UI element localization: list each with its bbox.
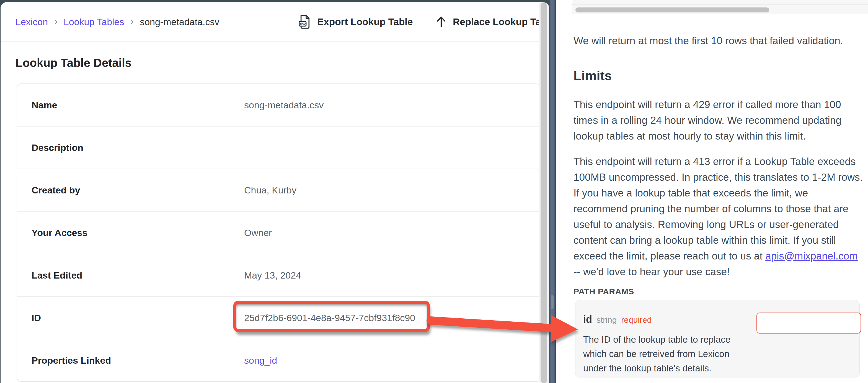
detail-row-description: Description <box>17 127 540 169</box>
detail-value-created-by: Chua, Kurby <box>244 169 297 211</box>
id-param-header: id string required <box>583 314 652 325</box>
param-required-badge: required <box>621 315 652 325</box>
detail-value-id: 25d7f2b6-6901-4e8a-9457-7cbf931f8c90 <box>244 297 415 339</box>
lookup-table-details-card: Name song-metadata.csv Description Creat… <box>17 83 541 382</box>
docs-horizontal-scrollbar-track <box>572 0 868 14</box>
detail-label: Created by <box>32 169 80 211</box>
breadcrumb-lexicon-link[interactable]: Lexicon <box>16 16 48 27</box>
detail-value-last-edited: May 13, 2024 <box>244 254 301 296</box>
left-window-scrollbar-track <box>538 2 549 383</box>
limits-paragraph-413: This endpoint will return a 413 error if… <box>574 154 864 280</box>
page-title: Lookup Table Details <box>16 56 131 70</box>
export-button-label: Export Lookup Table <box>317 16 413 27</box>
detail-value-name: song-metadata.csv <box>244 84 323 126</box>
param-name: id <box>583 314 592 325</box>
detail-row-properties-linked: Properties Linked song_id <box>17 339 540 381</box>
divider-scrollbar-thumb[interactable] <box>551 295 554 309</box>
svg-text:csv: csv <box>300 22 306 26</box>
param-description-line: under the lookup table's details. <box>583 361 731 376</box>
breadcrumb-lookup-tables-link[interactable]: Lookup Tables <box>64 16 124 27</box>
limits-heading: Limits <box>574 68 612 83</box>
limits-paragraph-429: This endpoint will return a 429 error if… <box>574 97 864 144</box>
id-param-input[interactable] <box>756 313 861 334</box>
screenshot-root: Lexicon › Lookup Tables › song-metadata.… <box>0 0 868 383</box>
lookup-table-details-window: Lexicon › Lookup Tables › song-metadata.… <box>1 2 549 383</box>
upload-arrow-icon <box>436 15 447 29</box>
scrollbar-divider-line <box>572 4 868 5</box>
song-id-property-link[interactable]: song_id <box>244 339 277 381</box>
detail-row-name: Name song-metadata.csv <box>17 84 540 127</box>
docs-horizontal-scrollbar-thumb[interactable] <box>576 7 769 12</box>
detail-row-last-edited: Last Edited May 13, 2024 <box>17 254 540 297</box>
detail-row-id: ID 25d7f2b6-6901-4e8a-9457-7cbf931f8c90 <box>17 297 540 339</box>
detail-label: Description <box>32 127 83 169</box>
chevron-right-icon: › <box>130 15 134 27</box>
detail-label: Properties Linked <box>32 339 111 381</box>
path-params-section-label: PATH PARAMS <box>574 287 634 296</box>
apis-mixpanel-email-link[interactable]: apis@mixpanel.com <box>765 250 858 262</box>
param-description-line: The ID of the lookup table to replace <box>583 333 731 347</box>
detail-row-created-by: Created by Chua, Kurby <box>17 169 540 212</box>
param-description-line: which can be retreived from Lexicon <box>583 347 731 361</box>
param-description: The ID of the lookup table to replace wh… <box>583 333 731 376</box>
limits-paragraph-413-tail: -- we'd love to hear your use case! <box>574 266 730 277</box>
detail-label: Last Edited <box>32 254 82 296</box>
param-type: string <box>596 315 617 325</box>
id-param-card: id string required The ID of the lookup … <box>575 300 860 378</box>
detail-value-your-access: Owner <box>244 212 272 254</box>
breadcrumb: Lexicon › Lookup Tables › song-metadata.… <box>16 2 219 41</box>
docs-intro-text: We will return at most the first 10 rows… <box>574 34 864 48</box>
replace-button-label: Replace Lookup Tabl <box>453 16 549 27</box>
limits-paragraph-413-text: This endpoint will return a 413 error if… <box>574 156 863 262</box>
detail-label: Your Access <box>32 212 88 254</box>
left-window-header: Lexicon › Lookup Tables › song-metadata.… <box>1 2 549 42</box>
export-lookup-table-button[interactable]: csv Export Lookup Table <box>299 2 413 41</box>
detail-row-your-access: Your Access Owner <box>17 212 540 254</box>
detail-label: ID <box>32 297 41 339</box>
detail-label: Name <box>32 84 57 126</box>
breadcrumb-current-file: song-metadata.csv <box>140 16 219 27</box>
api-docs-panel: We will return at most the first 10 rows… <box>556 0 868 383</box>
left-window-scrollbar-thumb[interactable] <box>540 2 547 383</box>
replace-lookup-table-button[interactable]: Replace Lookup Tabl <box>436 2 549 41</box>
chevron-right-icon: › <box>54 15 58 27</box>
csv-file-icon: csv <box>299 14 311 29</box>
